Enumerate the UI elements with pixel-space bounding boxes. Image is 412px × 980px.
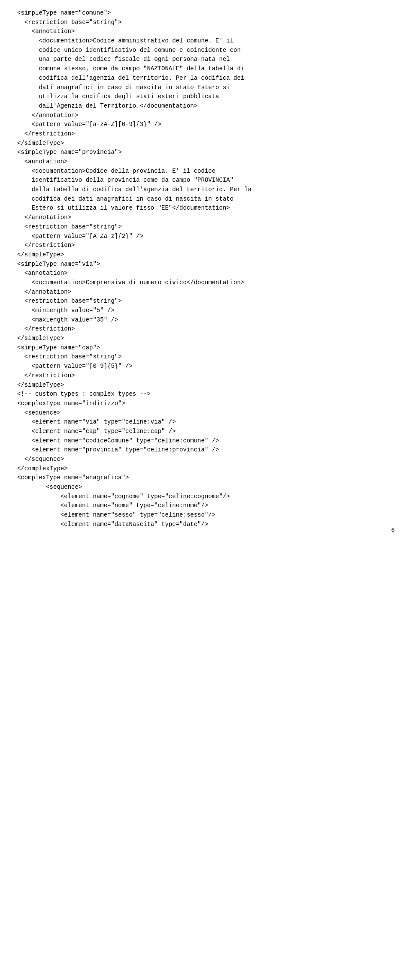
line-doc-comune-6: dati anagrafici in caso di nascita in st…	[17, 84, 230, 91]
page-number: 6	[391, 527, 395, 534]
line-complextype-indirizzo-open: <complexType name="indirizzo">	[17, 400, 125, 407]
line-comment-custom-types: <!-- custom types : complex types -->	[17, 391, 151, 397]
line-element-cap: <element name="cap" type="celine:cap" />	[17, 428, 176, 435]
xml-content-block: <simpleType name="comune"> <restriction …	[17, 9, 395, 529]
line-minlength-via: <minLength value="5" />	[17, 307, 115, 314]
line-doc-provincia: <documentation>Codice della provincia. E…	[17, 168, 215, 174]
line-sequence-indirizzo-close: </sequence>	[17, 456, 64, 463]
line-annotation-close: </annotation>	[17, 112, 79, 119]
line-annotation-provincia-close: </annotation>	[17, 214, 71, 221]
line-maxlength-via: <maxLength value="35" />	[17, 316, 118, 323]
line-element-cognome: <element name="cognome" type="celine:cog…	[17, 493, 230, 500]
line-doc-provincia-4: codifica dei dati anagrafici in caso di …	[17, 195, 233, 202]
line-annotation-provincia-open: <annotation>	[17, 158, 68, 165]
line-doc-provincia-2: identificativo della provincia come da c…	[17, 177, 233, 183]
line-simpletype-cap-open: <simpleType name="cap">	[17, 344, 100, 351]
line-doc-comune-4: comune stesso, come da campo "NAZIONALE"…	[17, 65, 244, 72]
line-simpletype-provincia-open: <simpleType name="provincia">	[17, 149, 122, 156]
line-element-via: <element name="via" type="celine:via" />	[17, 418, 176, 425]
line-restriction-via-open: <restriction base="string">	[17, 298, 122, 304]
line-doc-comune-2: codice unico identificativo del comune e…	[17, 47, 241, 54]
line-restriction-provincia-close: </restriction>	[17, 242, 75, 249]
line-simpletype-provincia-close: </simpleType>	[17, 251, 64, 258]
line-doc-provincia-5: Estero si utilizza il valore fisso "EE"<…	[17, 204, 230, 211]
line-doc-comune-3: una parte del codice fiscale di ogni per…	[17, 56, 230, 63]
line-doc-comune: <documentation>Codice amministrativo del…	[17, 37, 233, 44]
page-container: <simpleType name="comune"> <restriction …	[17, 9, 395, 542]
line-restriction-via-close: </restriction>	[17, 325, 75, 332]
line-element-nome: <element name="nome" type="celine:nome"/…	[17, 502, 208, 509]
line-pattern-provincia: <pattern value="[A-Za-z]{2}" />	[17, 233, 143, 240]
line-restriction-close: </restriction>	[17, 130, 75, 137]
line-simpletype-cap-close: </simpleType>	[17, 382, 64, 388]
line-annotation-open: <annotation>	[17, 28, 75, 35]
line-complextype-anagrafica-open: <complexType name="anagrafica">	[17, 474, 129, 481]
line-restriction-string-open: <restriction base="string">	[17, 19, 122, 26]
line-element-codicecomune: <element name="codiceComune" type="celin…	[17, 437, 219, 444]
line-simpletype-comune-open: <simpleType name="comune">	[17, 9, 111, 16]
line-element-provincia: <element name="provincia" type="celine:p…	[17, 446, 219, 453]
line-doc-comune-5: codifica dell'agenzia del territorio. Pe…	[17, 75, 244, 81]
line-doc-provincia-3: della tabella di codifica dell'agenzia d…	[17, 186, 251, 193]
line-simpletype-via-open: <simpleType name="via">	[17, 261, 100, 268]
line-simpletype-comune-close: </simpleType>	[17, 140, 64, 147]
line-annotation-via-open: <annotation>	[17, 270, 68, 277]
line-pattern-comune: <pattern value="[a-zA-Z][0-9]{3}" />	[17, 121, 161, 128]
line-pattern-cap: <pattern value="[0-9]{5}" />	[17, 363, 133, 370]
line-restriction-provincia-open: <restriction base="string">	[17, 223, 122, 230]
line-sequence-anagrafica-open: <sequence>	[17, 484, 82, 490]
line-restriction-cap-close: </restriction>	[17, 372, 75, 379]
line-doc-comune-7: utilizza la codifica degli stati esteri …	[17, 93, 219, 100]
line-doc-comune-8: dall'Agenzia del Territorio.</documentat…	[17, 102, 197, 109]
line-element-sesso: <element name="sesso" type="celine:sesso…	[17, 511, 215, 518]
line-simpletype-via-close: </simpleType>	[17, 335, 64, 342]
line-element-datanascita: <element name="dataNascita" type="date"/…	[17, 521, 208, 528]
line-restriction-cap-open: <restriction base="string">	[17, 353, 122, 360]
line-complextype-indirizzo-close: </complexType>	[17, 465, 68, 472]
line-doc-via: <documentation>Comprensiva di numero civ…	[17, 279, 244, 286]
line-sequence-indirizzo-open: <sequence>	[17, 409, 61, 416]
line-annotation-via-close: </annotation>	[17, 289, 71, 295]
